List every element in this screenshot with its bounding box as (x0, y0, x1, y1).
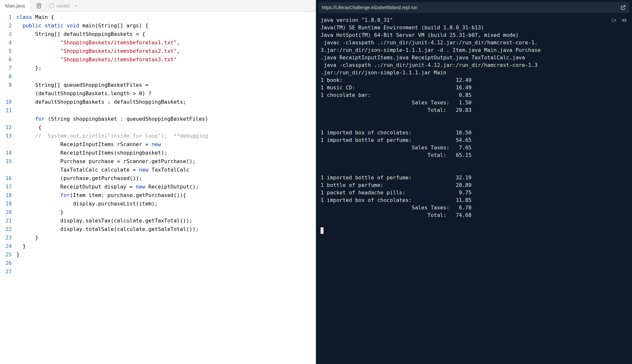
line-number (0, 115, 12, 123)
clear-console-icon[interactable] (620, 18, 627, 23)
line-number: 9 (0, 81, 12, 89)
console-line: Total: 74.68 (321, 211, 627, 219)
console-line: Total: 65.15 (321, 151, 627, 159)
url-input[interactable] (322, 5, 617, 10)
console-line: .jar:/run_dir/json-simple-1.1.1.jar Main (321, 69, 627, 76)
svg-rect-4 (612, 19, 615, 22)
console-line: javac -classpath .:/run_dir/junit-4.12.j… (321, 39, 627, 46)
line-number: 1 (0, 13, 12, 22)
console-line: Sales Taxes: 7.65 (321, 144, 627, 151)
editor-pane: Main.java saved 123456789 1011 1213 1415… (0, 0, 316, 364)
line-number: 20 (0, 208, 12, 217)
line-number: 18 (0, 191, 12, 200)
console-line: 1 imported box of chocolates: 11.85 (321, 196, 627, 204)
saved-indicator: saved (49, 3, 70, 9)
line-number: 2 (0, 22, 12, 30)
console-line: 1 imported bottle of perfume: 32.19 (321, 174, 627, 181)
line-number: 15 (0, 157, 12, 166)
line-number: 25 (0, 250, 12, 259)
files-icon[interactable] (36, 2, 43, 9)
console-line: 1 bottle of perfume: 20.89 (321, 181, 627, 189)
file-tab[interactable]: Main.java (0, 0, 30, 12)
console-output[interactable]: java version "1.8.0_31"Java(TM) SE Runti… (316, 14, 632, 364)
line-number: 4 (0, 38, 12, 47)
line-number (0, 140, 12, 149)
line-number: 24 (0, 242, 12, 250)
console-line: 1 chocolate bar: 0.85 (321, 91, 627, 99)
line-number: 8 (0, 72, 12, 81)
line-number: 22 (0, 225, 12, 234)
editor-tab-bar: Main.java saved (0, 0, 316, 12)
code-text-area[interactable]: class Main { public static void main(Str… (14, 12, 316, 364)
line-number: 12 (0, 123, 12, 132)
console-line: 1 imported bottle of perfume: 54.65 (321, 136, 627, 144)
refresh-icon (49, 3, 55, 9)
line-number (0, 166, 12, 174)
console-pane: java version "1.8.0_31"Java(TM) SE Runti… (316, 0, 632, 364)
console-line: 1 imported box of chocolates: 10.50 (321, 129, 627, 136)
input-send-icon[interactable] (610, 18, 617, 23)
line-number: 7 (0, 64, 12, 72)
file-tab-label: Main.java (5, 3, 25, 8)
line-number: 11 (0, 106, 12, 115)
chevron-down-icon[interactable] (74, 4, 79, 8)
console-line: 3.jar:/run_dir/json-simple-1.1.1.jar -d … (321, 46, 627, 54)
line-number: 14 (0, 149, 12, 157)
line-number: 17 (0, 183, 12, 191)
console-cursor (321, 227, 324, 234)
line-number: 26 (0, 259, 12, 267)
url-bar (319, 2, 629, 13)
console-line: 1 music CD: 16.49 (321, 84, 627, 91)
console-line (321, 219, 627, 226)
line-number: 27 (0, 267, 12, 276)
console-line: 1 packet of headache pills: 9.75 (321, 189, 627, 196)
console-line: java -classpath .:/run_dir/junit-4.12.ja… (321, 61, 627, 69)
prompt-icon (321, 39, 324, 46)
console-line: Sales Taxes: 1.50 (321, 99, 627, 106)
console-line: Java HotSpot(TM) 64-Bit Server VM (build… (321, 31, 627, 39)
console-line (321, 166, 627, 174)
line-number: 13 (0, 132, 12, 140)
console-line: java version "1.8.0_31" (321, 16, 627, 24)
line-number: 5 (0, 47, 12, 55)
console-line: Total: 29.83 (321, 106, 627, 114)
console-line (321, 159, 627, 166)
line-number-gutter: 123456789 1011 1213 1415 161718192021222… (0, 12, 14, 364)
line-number: 23 (0, 234, 12, 242)
editor-body: 123456789 1011 1213 1415 161718192021222… (0, 12, 316, 364)
console-action-icons (610, 18, 627, 23)
saved-label: saved (56, 3, 70, 8)
console-line: Java(TM) SE Runtime Environment (build 1… (321, 24, 627, 31)
line-number: 16 (0, 174, 12, 183)
line-number: 6 (0, 55, 12, 64)
line-number: 10 (0, 98, 12, 106)
console-line: .java ReceiptInputItems.java ReceiptOutp… (321, 54, 627, 61)
line-number: 21 (0, 217, 12, 225)
console-line: 1 book: 12.49 (321, 76, 627, 84)
console-line (321, 121, 627, 129)
console-line: Sales Taxes: 6.70 (321, 204, 627, 211)
console-line (321, 114, 627, 121)
line-number: 19 (0, 200, 12, 208)
prompt-icon (321, 62, 324, 68)
line-number: 3 (0, 30, 12, 38)
line-number (0, 89, 12, 98)
open-external-icon[interactable] (620, 5, 626, 10)
